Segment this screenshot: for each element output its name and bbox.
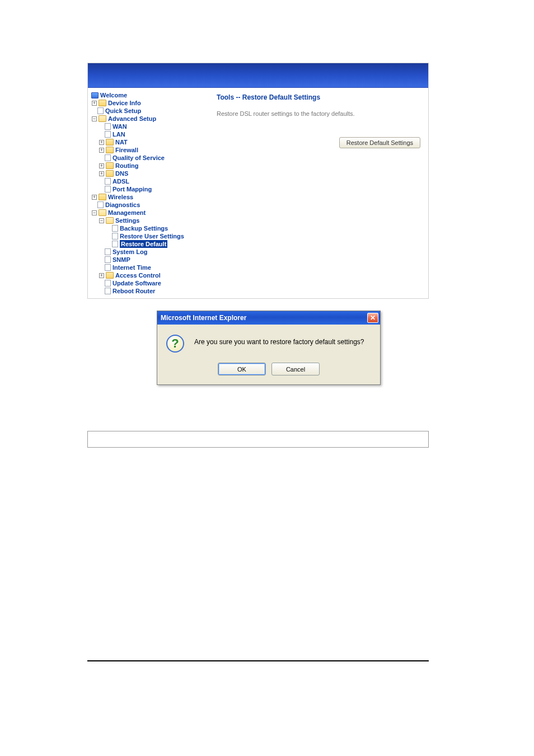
file-icon (105, 288, 111, 294)
folder-icon (106, 139, 114, 145)
expander-icon[interactable]: − (91, 210, 97, 216)
tree-item-wireless[interactable]: + Wireless (91, 193, 208, 201)
folder-icon (99, 194, 106, 200)
file-icon (105, 256, 111, 263)
tree-item-quick-setup[interactable]: Quick Setup (91, 107, 208, 115)
tree-label: Wireless (108, 193, 133, 201)
folder-open-icon (106, 217, 114, 224)
tree-label: Quality of Service (113, 154, 165, 162)
expander-icon[interactable]: + (99, 147, 105, 153)
tree-label: Routing (115, 162, 139, 170)
tree-label: Update Software (113, 279, 161, 287)
file-icon (112, 225, 118, 232)
tree-item-dns[interactable]: + DNS (91, 170, 208, 177)
tree-label: Welcome (100, 91, 127, 99)
content-button-row: Restore Default Settings (217, 137, 420, 148)
dialog-message: Are you sure you want to restore factory… (194, 335, 364, 346)
dialog-button-row: OK Cancel (157, 358, 380, 384)
tree-item-nat[interactable]: + NAT (91, 138, 208, 146)
expander-icon[interactable]: + (99, 163, 105, 169)
tree-item-update-software[interactable]: Update Software (91, 279, 208, 287)
confirm-dialog: Microsoft Internet Explorer ✕ ? Are you … (157, 311, 381, 385)
tree-label: Reboot Router (113, 287, 155, 295)
tree-item-backup-settings[interactable]: Backup Settings (91, 224, 208, 232)
tree-item-settings[interactable]: − Settings (91, 217, 208, 224)
file-icon (112, 233, 118, 240)
tree-item-restore-user-settings[interactable]: Restore User Settings (91, 232, 208, 240)
tree-item-access-control[interactable]: + Access Control (91, 271, 208, 279)
dialog-body: ? Are you sure you want to restore facto… (157, 325, 380, 358)
tree-label: Restore User Settings (120, 232, 184, 240)
tree-label: System Log (113, 248, 147, 256)
panel-body: Welcome + Device Info Quick Setup − Adva… (88, 88, 428, 298)
dialog-titlebar[interactable]: Microsoft Internet Explorer ✕ (157, 311, 380, 325)
expander-icon[interactable]: + (99, 139, 105, 145)
file-icon (105, 264, 111, 271)
tree-item-snmp[interactable]: SNMP (91, 256, 208, 264)
tree-label: Backup Settings (120, 224, 168, 232)
file-icon (105, 154, 111, 161)
monitor-icon (91, 92, 99, 98)
expander-icon[interactable]: − (91, 116, 97, 122)
tree-item-system-log[interactable]: System Log (91, 248, 208, 256)
tree-item-advanced-setup[interactable]: − Advanced Setup (91, 115, 208, 123)
file-icon (105, 248, 111, 255)
tree-label: Advanced Setup (108, 115, 156, 123)
folder-open-icon (99, 115, 106, 122)
tree-label: ADSL (113, 177, 129, 185)
folder-icon (106, 170, 114, 177)
close-icon: ✕ (370, 314, 376, 322)
tree-item-firewall[interactable]: + Firewall (91, 146, 208, 154)
tree-item-management[interactable]: − Management (91, 209, 208, 217)
content-area: Tools -- Restore Default Settings Restor… (211, 88, 428, 298)
expander-icon[interactable]: − (99, 218, 105, 224)
dialog-close-button[interactable]: ✕ (367, 313, 378, 323)
tree-label: Device Info (108, 99, 141, 107)
file-icon (105, 178, 111, 185)
tree-label: LAN (113, 130, 125, 138)
tree-item-lan[interactable]: LAN (91, 130, 208, 138)
tree-label: NAT (115, 138, 128, 146)
tree-label: Firewall (115, 146, 138, 154)
content-description: Restore DSL router settings to the facto… (217, 110, 420, 117)
tree-label: WAN (113, 123, 127, 130)
cancel-button[interactable]: Cancel (271, 363, 320, 375)
panel-header-bar (88, 63, 428, 88)
expander-icon[interactable]: + (99, 273, 105, 279)
tree-label: DNS (115, 170, 128, 177)
restore-default-settings-button[interactable]: Restore Default Settings (339, 137, 420, 148)
file-icon (105, 186, 111, 192)
tree-label: Management (108, 209, 146, 217)
folder-open-icon (99, 209, 106, 216)
tree-item-restore-default[interactable]: Restore Default (91, 240, 208, 248)
folder-icon (99, 100, 106, 106)
folder-icon (106, 272, 114, 279)
tree-item-diagnostics[interactable]: Diagnostics (91, 201, 208, 209)
expander-icon[interactable]: + (91, 194, 97, 200)
tree-item-device-info[interactable]: + Device Info (91, 99, 208, 107)
ok-button[interactable]: OK (218, 363, 266, 375)
tree-item-adsl[interactable]: ADSL (91, 177, 208, 185)
nav-tree: Welcome + Device Info Quick Setup − Adva… (88, 88, 211, 298)
tree-label: Settings (115, 217, 139, 224)
tree-label: Access Control (115, 271, 161, 279)
tree-item-routing[interactable]: + Routing (91, 162, 208, 170)
file-icon (112, 241, 118, 247)
tree-item-port-mapping[interactable]: Port Mapping (91, 185, 208, 193)
tree-item-welcome[interactable]: Welcome (91, 91, 208, 99)
footer-separator (87, 660, 429, 661)
tree-item-qos[interactable]: Quality of Service (91, 154, 208, 162)
file-icon (97, 107, 104, 114)
tree-item-internet-time[interactable]: Internet Time (91, 264, 208, 271)
expander-icon[interactable]: + (91, 100, 97, 106)
question-glyph: ? (171, 336, 179, 351)
tree-label: Diagnostics (105, 201, 140, 209)
folder-icon (106, 162, 114, 169)
tree-label-selected: Restore Default (120, 240, 167, 248)
expander-icon[interactable]: + (99, 171, 105, 177)
tree-item-reboot-router[interactable]: Reboot Router (91, 287, 208, 295)
outline-box (87, 431, 429, 448)
router-admin-panel: Welcome + Device Info Quick Setup − Adva… (87, 63, 429, 299)
tree-label: Internet Time (113, 264, 151, 271)
tree-item-wan[interactable]: WAN (91, 123, 208, 130)
